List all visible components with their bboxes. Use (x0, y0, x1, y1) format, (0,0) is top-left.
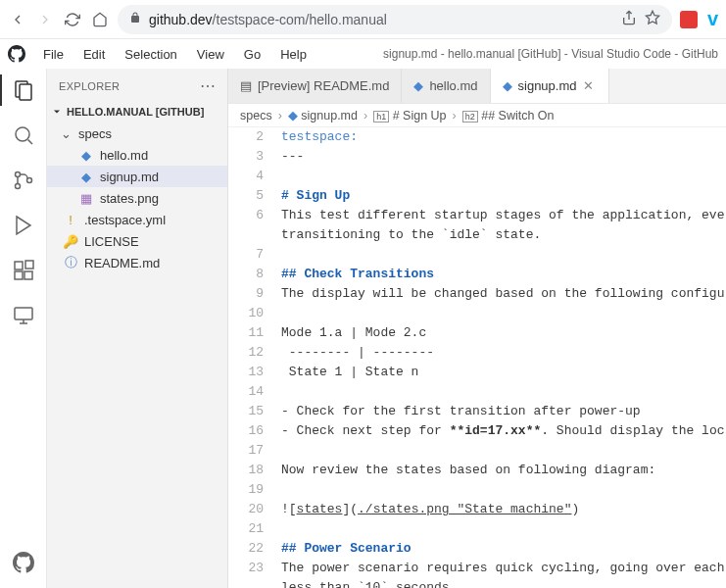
tree-folder-specs[interactable]: ⌄specs (47, 122, 227, 144)
extension-red-icon[interactable] (680, 11, 698, 28)
code-line[interactable]: -------- | -------- (281, 343, 726, 363)
heading-icon: h1 (373, 111, 389, 122)
extensions-activity-icon[interactable] (10, 257, 37, 284)
line-number: 20 (228, 500, 264, 519)
tree-label: signup.md (100, 170, 159, 184)
code-line[interactable] (281, 304, 726, 323)
window-title: signup.md - hello.manual [GitHub] - Visu… (383, 47, 718, 61)
code-line[interactable]: The power scenario requires quick cyclin… (281, 559, 726, 578)
chevron-down-icon (51, 106, 63, 118)
code-line[interactable] (281, 245, 726, 265)
line-number: 10 (228, 304, 264, 323)
code-line[interactable]: This test different startup stages of th… (281, 206, 726, 225)
code-line[interactable]: --- (281, 147, 726, 167)
tree-label: LICENSE (84, 234, 139, 249)
code-line[interactable] (281, 441, 726, 461)
breadcrumb-part[interactable]: specs (240, 109, 272, 122)
svg-rect-10 (15, 308, 32, 319)
preview-icon: ▤ (240, 78, 252, 93)
code-line[interactable] (281, 480, 726, 500)
tree-file-states.png[interactable]: ▦states.png (47, 187, 227, 209)
tree-label: specs (78, 126, 112, 141)
line-number: 5 (228, 186, 264, 206)
workspace-folder[interactable]: HELLO.MANUAL [GITHUB] (47, 103, 227, 121)
breadcrumb-part[interactable]: h2 ## Switch On (462, 109, 555, 122)
reload-button[interactable] (63, 10, 82, 29)
tab-label: signup.md (518, 78, 577, 93)
code-line[interactable]: ## Power Scenario (281, 539, 726, 559)
code-line[interactable]: # Sign Up (281, 186, 726, 206)
line-number: 22 (228, 539, 264, 559)
line-number: 11 (228, 323, 264, 343)
tree-file-.testspace.yml[interactable]: !.testspace.yml (47, 209, 227, 230)
source-control-activity-icon[interactable] (10, 167, 37, 194)
chevron-down-icon: ⌄ (61, 126, 73, 141)
menu-go[interactable]: Go (236, 45, 268, 64)
yaml-file-icon: ! (63, 213, 78, 227)
close-icon[interactable]: ✕ (583, 78, 597, 93)
code-line[interactable]: ## Check Transitions (281, 265, 726, 284)
image-file-icon: ▦ (78, 191, 94, 206)
explorer-more-icon[interactable]: ⋯ (200, 76, 216, 95)
tree-file-signup.md[interactable]: ◆signup.md (47, 166, 227, 187)
markdown-file-icon: ◆ (413, 78, 423, 93)
activity-bar (0, 69, 47, 588)
code-line[interactable]: Now review the states based on following… (281, 461, 726, 480)
markdown-file-icon: ◆ (288, 109, 298, 122)
code-line[interactable] (281, 519, 726, 539)
line-number: 23 (228, 559, 264, 578)
tree-label: .testspace.yml (84, 213, 166, 227)
code-line[interactable]: ![states](./states.png "State machine") (281, 500, 726, 519)
code-line[interactable] (281, 382, 726, 402)
menu-view[interactable]: View (189, 45, 232, 64)
forward-button[interactable] (35, 10, 55, 29)
line-number: 6 (228, 206, 264, 225)
heading-icon: h2 (462, 111, 478, 122)
code-line[interactable]: transitioning to the `idle` state. (281, 225, 726, 245)
address-bar[interactable]: github.dev/testspace-com/hello.manual (118, 5, 672, 34)
share-icon[interactable] (621, 10, 637, 28)
code-line[interactable]: less than `10` seconds. (281, 578, 726, 588)
tree-label: hello.md (100, 148, 148, 163)
back-button[interactable] (8, 10, 27, 29)
code-line[interactable]: Mode 1.a | Mode 2.c (281, 323, 726, 343)
code-line[interactable] (281, 167, 726, 186)
remote-activity-icon[interactable] (10, 302, 37, 329)
markdown-file-icon: ◆ (78, 170, 94, 184)
line-number: 13 (228, 363, 264, 382)
svg-point-3 (15, 172, 20, 177)
star-icon[interactable] (645, 10, 660, 28)
tab-label: [Preview] README.md (258, 78, 389, 93)
breadcrumb-part[interactable]: h1 # Sign Up (373, 109, 446, 122)
tree-file-LICENSE[interactable]: 🔑LICENSE (47, 230, 227, 252)
menu-file[interactable]: File (35, 45, 72, 64)
github-activity-icon[interactable] (10, 549, 37, 576)
search-activity-icon[interactable] (10, 122, 37, 149)
workbench: EXPLORER ⋯ HELLO.MANUAL [GITHUB] ⌄specs◆… (0, 69, 726, 588)
run-debug-activity-icon[interactable] (10, 212, 37, 239)
menu-edit[interactable]: Edit (75, 45, 113, 64)
tab-[Preview] README.md[interactable]: ▤[Preview] README.md (228, 69, 402, 103)
code-line[interactable]: State 1 | State n (281, 363, 726, 382)
extension-v-icon[interactable]: v (707, 8, 718, 30)
code-content[interactable]: testspace:---# Sign UpThis test differen… (281, 127, 726, 588)
tree-file-hello.md[interactable]: ◆hello.md (47, 144, 227, 166)
breadcrumb[interactable]: specs›◆ signup.md›h1 # Sign Up›h2 ## Swi… (228, 104, 726, 127)
tab-signup.md[interactable]: ◆signup.md✕ (491, 69, 609, 103)
home-button[interactable] (90, 10, 110, 29)
line-number: 9 (228, 284, 264, 304)
tree-file-README.md[interactable]: ⓘREADME.md (47, 252, 227, 273)
code-line[interactable]: The display will be changed based on the… (281, 284, 726, 304)
chevron-right-icon: › (278, 109, 282, 122)
menu-help[interactable]: Help (272, 45, 315, 64)
explorer-activity-icon[interactable] (10, 76, 37, 104)
tab-hello.md[interactable]: ◆hello.md (402, 69, 490, 103)
menu-selection[interactable]: Selection (117, 45, 184, 64)
code-line[interactable]: - Check next step for **id=17.xx**. Shou… (281, 421, 726, 441)
chevron-right-icon: › (453, 109, 457, 122)
breadcrumb-part[interactable]: ◆ signup.md (288, 108, 358, 122)
code-editor[interactable]: 23456789101112131415161718192021222324 t… (228, 127, 726, 588)
code-line[interactable]: testspace: (281, 127, 726, 147)
code-line[interactable]: - Check for the first transition after p… (281, 402, 726, 421)
line-number: 18 (228, 461, 264, 480)
